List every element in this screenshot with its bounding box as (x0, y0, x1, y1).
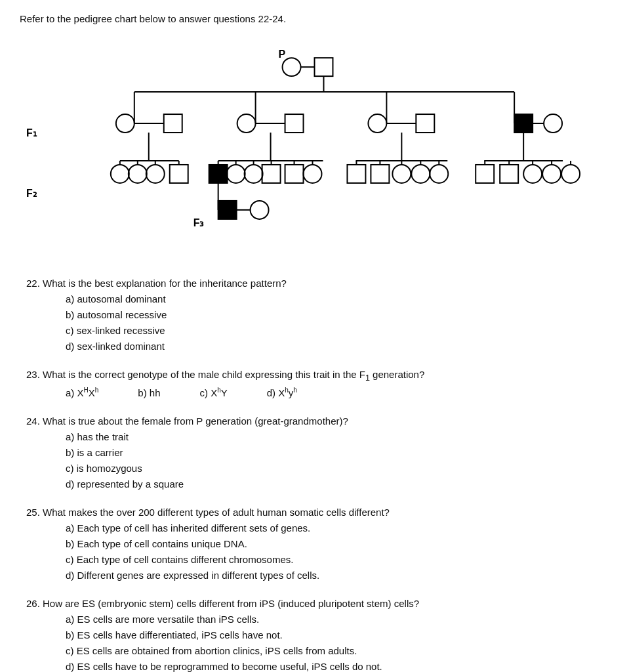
svg-point-47 (304, 165, 322, 183)
svg-point-62 (411, 165, 430, 183)
q23-answers: a) XHXh b) hh c) XhY d) Xhyh (26, 385, 609, 401)
svg-point-76 (561, 165, 580, 183)
q22-text: 22. What is the best explanation for the… (26, 278, 609, 289)
q26-answer-a: a) ES cells are more versatile than iPS … (66, 612, 609, 627)
q26-answers: a) ES cells are more versatile than iPS … (26, 612, 609, 672)
svg-point-53 (251, 201, 269, 219)
intro-text: Refer to the pedigree chart below to ans… (20, 13, 609, 24)
q26-answer-d: d) ES cells have to be reprogrammed to b… (66, 659, 609, 672)
svg-rect-56 (347, 165, 365, 183)
svg-rect-58 (371, 165, 389, 183)
svg-text:P: P (279, 49, 286, 60)
q26-answer-c: c) ES cells are obtained from abortion c… (66, 643, 609, 659)
q24-text: 24. What is true about the female from P… (26, 415, 609, 427)
q24-answer-a: a) has the trait (66, 429, 609, 445)
svg-rect-16 (285, 114, 304, 133)
svg-point-60 (392, 165, 411, 183)
svg-point-10 (116, 114, 134, 133)
q25-answer-c: c) Each type of cell contains different … (66, 552, 609, 568)
q25-answer-d: d) Different genes are expressed in diff… (66, 568, 609, 583)
svg-point-41 (245, 165, 263, 183)
svg-point-64 (430, 165, 448, 183)
pedigree-chart: F₁ F₂ P (20, 36, 609, 259)
svg-point-14 (237, 114, 256, 133)
svg-point-24 (544, 114, 562, 133)
svg-rect-68 (476, 165, 494, 183)
q23-answer-a: a) XHXh (66, 385, 98, 401)
svg-point-29 (129, 165, 147, 183)
svg-rect-33 (170, 165, 188, 183)
q22-answer-a: a) autosomal dominant (66, 291, 609, 307)
q23-answer-c: c) XhY (200, 385, 228, 401)
svg-rect-43 (262, 165, 281, 183)
svg-point-74 (542, 165, 561, 183)
svg-point-3 (283, 58, 301, 76)
q25-answer-b: b) Each type of cell contains unique DNA… (66, 536, 609, 552)
svg-point-18 (368, 114, 386, 133)
svg-text:F₂: F₂ (26, 188, 37, 199)
q22-answers: a) autosomal dominant b) autosomal reces… (26, 291, 609, 354)
question-22: 22. What is the best explanation for the… (26, 278, 609, 354)
svg-rect-70 (500, 165, 518, 183)
q23-answer-d: d) Xhyh (267, 385, 297, 401)
svg-rect-45 (285, 165, 304, 183)
q24-answer-b: b) is a carrier (66, 445, 609, 461)
question-23: 23. What is the correct genotype of the … (26, 369, 609, 401)
svg-point-31 (146, 165, 165, 183)
svg-point-72 (523, 165, 542, 183)
question-26: 26. How are ES (embryonic stem) cells di… (26, 598, 609, 672)
q22-answer-c: c) sex-linked recessive (66, 323, 609, 339)
q25-answers: a) Each type of cell has inherited diffe… (26, 520, 609, 583)
svg-rect-20 (416, 114, 434, 133)
question-25: 25. What makes the over 200 different ty… (26, 507, 609, 583)
svg-point-27 (111, 165, 129, 183)
q22-answer-b: b) autosomal recessive (66, 307, 609, 323)
questions-section: 22. What is the best explanation for the… (20, 278, 609, 672)
q24-answers: a) has the trait b) is a carrier c) is h… (26, 429, 609, 492)
svg-rect-5 (315, 58, 333, 76)
svg-rect-37 (209, 165, 228, 183)
q24-answer-d: d) represented by a square (66, 476, 609, 492)
q25-text: 25. What makes the over 200 different ty… (26, 507, 609, 518)
q26-answer-b: b) ES cells have differentiated, iPS cel… (66, 627, 609, 643)
q26-text: 26. How are ES (embryonic stem) cells di… (26, 598, 609, 609)
svg-text:F₁: F₁ (26, 127, 37, 138)
q24-answer-c: c) is homozygous (66, 461, 609, 476)
q23-text: 23. What is the correct genotype of the … (26, 369, 609, 383)
q23-answer-b: b) hh (138, 385, 160, 401)
svg-rect-12 (164, 114, 182, 133)
svg-point-39 (227, 165, 245, 183)
q22-answer-d: d) sex-linked dominant (66, 339, 609, 354)
svg-rect-51 (218, 201, 237, 219)
question-24: 24. What is true about the female from P… (26, 415, 609, 492)
q25-answer-a: a) Each type of cell has inherited diffe… (66, 520, 609, 536)
svg-text:F₃: F₃ (193, 217, 205, 228)
